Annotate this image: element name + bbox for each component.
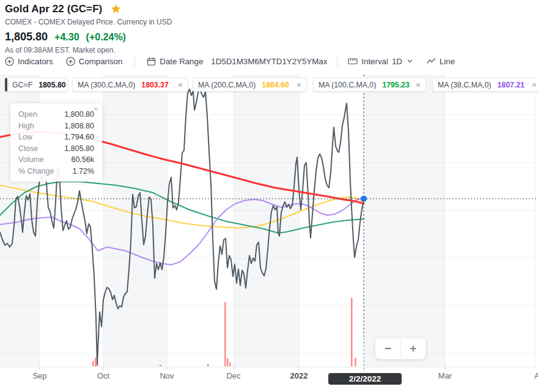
zoom-out-button[interactable]: − [375, 338, 400, 359]
tooltip-label: High [18, 120, 34, 132]
chart-type-button[interactable]: Line [427, 57, 455, 66]
tooltip-value: 1.72% [73, 166, 94, 177]
line-chart-icon [427, 57, 436, 65]
ohlc-tooltip: × Open1,800.80 High1,808.80 Low1,794.60 … [10, 103, 102, 182]
quote-header: Gold Apr 22 (GC=F) COMEX - COMEX Delayed… [5, 3, 172, 54]
indicators-label: Indicators [18, 57, 53, 66]
legend-chip-label: MA (100,C,MA,0) [319, 81, 376, 89]
x-axis-label-2022: 2022 [290, 371, 308, 380]
range-tabs: 1D 5D 1M 3M 6M YTD 1Y 2Y 5Y Max [211, 57, 327, 66]
tooltip-label: Open [18, 109, 37, 120]
yahoo-finance-chart-page: { "header": { "title": "Gold Apr 22 (GC=… [0, 0, 538, 392]
tooltip-label: Volume [18, 154, 44, 166]
x-axis-label-apr: Apr [534, 371, 538, 380]
x-axis-label-mar: Mar [438, 371, 452, 380]
toolbar-divider [337, 56, 337, 67]
crosshair-date-badge: 2/2/2022 [328, 373, 402, 385]
chart-type-label: Line [440, 57, 455, 66]
legend-chip-value: 1795.23 [382, 81, 409, 89]
legend-chip-label: MA (300,C,MA,0) [78, 81, 135, 89]
chevron-down-icon [407, 59, 413, 63]
tooltip-value: 1,805.80 [64, 143, 94, 155]
zoom-controls: − + [375, 338, 426, 360]
tooltip-value: 1,800.80 [64, 109, 94, 120]
range-tab-1y[interactable]: 1Y [282, 57, 292, 66]
plus-circle-icon [66, 57, 75, 66]
tooltip-value: 1,808.80 [64, 120, 94, 132]
x-axis-label-nov: Nov [160, 371, 174, 380]
close-icon[interactable]: × [173, 81, 183, 89]
price-change: +4.30 [54, 32, 79, 43]
star-icon[interactable] [111, 4, 121, 14]
ruler-icon [348, 57, 358, 65]
date-range-label: Date Range [160, 57, 203, 66]
tooltip-label: Close [18, 143, 38, 155]
comparison-label: Comparison [79, 57, 123, 66]
legend-chip-value: 1805.80 [39, 81, 65, 89]
legend-chip-ma100[interactable]: MA (100,C,MA,0) 1795.23 × [313, 78, 426, 92]
range-tab-5y[interactable]: 5Y [302, 57, 312, 66]
legend-chip-label: MA (38,C,MA,0) [438, 81, 491, 89]
calendar-icon [147, 57, 156, 66]
close-icon[interactable]: × [292, 81, 301, 89]
indicators-button[interactable]: Indicators [5, 57, 53, 66]
range-tab-2y[interactable]: 2Y [292, 57, 302, 66]
x-axis: SepOctNovDec2022MarApr [0, 371, 538, 383]
comparison-button[interactable]: Comparison [66, 57, 123, 66]
legend-chip-ma38[interactable]: MA (38,C,MA,0) 1807.21 × [432, 78, 538, 92]
zoom-in-button[interactable]: + [401, 338, 426, 359]
tooltip-value: 1,794.60 [64, 131, 94, 143]
date-range-button[interactable]: Date Range [147, 57, 203, 66]
tooltip-value: 60.56k [71, 154, 94, 166]
price-change-percent: (+0.24%) [86, 32, 126, 43]
plus-circle-icon [5, 57, 14, 66]
range-tab-max[interactable]: Max [312, 57, 327, 66]
legend-chip-label: GC=F [12, 81, 32, 89]
close-icon[interactable]: × [411, 81, 421, 89]
chart-toolbar: Indicators Comparison Date Range 1D 5D 1… [0, 53, 538, 70]
price: 1,805.80 [5, 31, 48, 43]
range-tab-5d[interactable]: 5D [221, 57, 232, 66]
legend-chip-ma200[interactable]: MA (200,C,MA,0) 1804.60 × [193, 78, 307, 92]
x-axis-label-sep: Sep [32, 371, 46, 380]
legend-chip-ma300[interactable]: MA (300,C,MA,0) 1803.37 × [72, 78, 188, 92]
x-axis-label-oct: Oct [97, 371, 109, 380]
legend-chip-value: 1803.37 [141, 81, 168, 89]
x-axis-label-dec: Dec [226, 371, 240, 380]
page-title: Gold Apr 22 (GC=F) [5, 3, 102, 15]
range-tab-1d[interactable]: 1D [211, 57, 221, 66]
range-tab-3m[interactable]: 3M [243, 57, 254, 66]
legend-chip-value: 1807.21 [497, 81, 524, 89]
legend-chip-gcf[interactable]: GC=F 1805.80 [5, 78, 68, 92]
legend-chip-value: 1804.60 [262, 81, 289, 89]
interval-button[interactable]: Interval 1D [348, 57, 413, 66]
close-icon[interactable]: × [527, 81, 537, 89]
tooltip-label: % Change [18, 166, 54, 177]
range-tab-6m[interactable]: 6M [254, 57, 265, 66]
interval-value: 1D [392, 57, 402, 66]
range-tab-ytd[interactable]: YTD [266, 57, 282, 66]
exchange-note: COMEX - COMEX Delayed Price. Currency in… [5, 18, 172, 26]
toolbar-divider [134, 56, 135, 67]
close-icon[interactable]: × [94, 104, 98, 114]
legend-chip-label: MA (200,C,MA,0) [198, 81, 256, 89]
range-tab-1m[interactable]: 1M [232, 57, 243, 66]
interval-label: Interval [361, 57, 388, 66]
tooltip-label: Low [18, 131, 32, 143]
